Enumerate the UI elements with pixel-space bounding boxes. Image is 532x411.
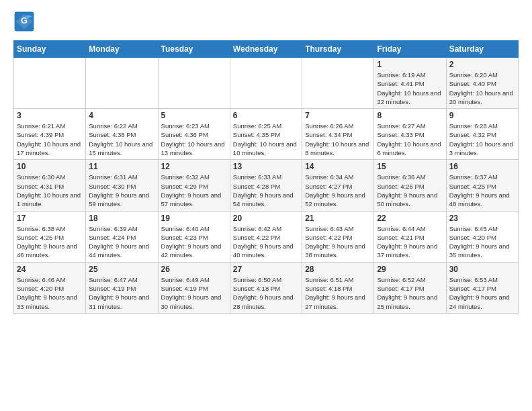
day-info: Sunrise: 6:25 AMSunset: 4:35 PMDaylight:… bbox=[233, 122, 299, 157]
calendar-cell: 28Sunrise: 6:51 AMSunset: 4:18 PMDayligh… bbox=[302, 262, 374, 313]
day-info: Sunrise: 6:23 AMSunset: 4:36 PMDaylight:… bbox=[161, 122, 227, 157]
calendar-cell bbox=[14, 58, 86, 109]
day-info: Sunrise: 6:30 AMSunset: 4:31 PMDaylight:… bbox=[17, 173, 83, 208]
calendar-cell: 17Sunrise: 6:38 AMSunset: 4:25 PMDayligh… bbox=[14, 211, 86, 262]
calendar-cell: 4Sunrise: 6:22 AMSunset: 4:38 PMDaylight… bbox=[86, 109, 158, 160]
day-number: 9 bbox=[449, 111, 515, 120]
day-number: 28 bbox=[305, 265, 371, 274]
day-number: 27 bbox=[233, 265, 299, 274]
day-number: 16 bbox=[449, 162, 515, 171]
day-number: 17 bbox=[17, 214, 83, 223]
day-info: Sunrise: 6:34 AMSunset: 4:27 PMDaylight:… bbox=[305, 173, 371, 208]
day-info: Sunrise: 6:50 AMSunset: 4:18 PMDaylight:… bbox=[233, 275, 299, 311]
day-info: Sunrise: 6:21 AMSunset: 4:39 PMDaylight:… bbox=[17, 122, 83, 157]
day-info: Sunrise: 6:31 AMSunset: 4:30 PMDaylight:… bbox=[89, 173, 154, 208]
day-info: Sunrise: 6:44 AMSunset: 4:21 PMDaylight:… bbox=[377, 224, 443, 260]
calendar-week-1: 1Sunrise: 6:19 AMSunset: 4:41 PMDaylight… bbox=[14, 58, 519, 109]
calendar-cell: 20Sunrise: 6:42 AMSunset: 4:22 PMDayligh… bbox=[230, 211, 302, 262]
calendar-cell: 18Sunrise: 6:39 AMSunset: 4:24 PMDayligh… bbox=[86, 211, 158, 262]
day-header-wednesday: Wednesday bbox=[230, 41, 302, 58]
day-number: 10 bbox=[17, 162, 83, 171]
calendar-cell: 7Sunrise: 6:26 AMSunset: 4:34 PMDaylight… bbox=[302, 109, 374, 160]
day-number: 4 bbox=[89, 111, 154, 120]
day-header-monday: Monday bbox=[86, 41, 158, 58]
day-info: Sunrise: 6:28 AMSunset: 4:32 PMDaylight:… bbox=[449, 122, 515, 157]
day-header-friday: Friday bbox=[374, 41, 446, 58]
day-info: Sunrise: 6:32 AMSunset: 4:29 PMDaylight:… bbox=[161, 173, 227, 208]
day-header-saturday: Saturday bbox=[446, 41, 518, 58]
day-info: Sunrise: 6:51 AMSunset: 4:18 PMDaylight:… bbox=[305, 275, 371, 311]
calendar-cell: 1Sunrise: 6:19 AMSunset: 4:41 PMDaylight… bbox=[374, 58, 446, 109]
day-number: 1 bbox=[377, 60, 443, 69]
calendar-cell: 26Sunrise: 6:49 AMSunset: 4:19 PMDayligh… bbox=[158, 262, 230, 313]
calendar-cell: 8Sunrise: 6:27 AMSunset: 4:33 PMDaylight… bbox=[374, 109, 446, 160]
calendar-cell: 9Sunrise: 6:28 AMSunset: 4:32 PMDaylight… bbox=[446, 109, 518, 160]
day-number: 26 bbox=[161, 265, 227, 274]
header: G bbox=[13, 11, 519, 32]
day-number: 13 bbox=[233, 162, 299, 171]
calendar-cell: 16Sunrise: 6:37 AMSunset: 4:25 PMDayligh… bbox=[446, 160, 518, 211]
day-header-sunday: Sunday bbox=[14, 41, 86, 58]
logo-icon: G bbox=[13, 11, 35, 32]
day-number: 11 bbox=[89, 162, 154, 171]
calendar-cell: 11Sunrise: 6:31 AMSunset: 4:30 PMDayligh… bbox=[86, 160, 158, 211]
day-info: Sunrise: 6:43 AMSunset: 4:22 PMDaylight:… bbox=[305, 224, 371, 260]
calendar-cell: 12Sunrise: 6:32 AMSunset: 4:29 PMDayligh… bbox=[158, 160, 230, 211]
day-number: 15 bbox=[377, 162, 443, 171]
calendar-week-2: 3Sunrise: 6:21 AMSunset: 4:39 PMDaylight… bbox=[14, 109, 519, 160]
day-number: 24 bbox=[17, 265, 83, 274]
day-info: Sunrise: 6:40 AMSunset: 4:23 PMDaylight:… bbox=[161, 224, 227, 260]
calendar-cell: 15Sunrise: 6:36 AMSunset: 4:26 PMDayligh… bbox=[374, 160, 446, 211]
calendar-cell: 14Sunrise: 6:34 AMSunset: 4:27 PMDayligh… bbox=[302, 160, 374, 211]
calendar-cell bbox=[230, 58, 302, 109]
day-number: 7 bbox=[305, 111, 371, 120]
calendar-week-3: 10Sunrise: 6:30 AMSunset: 4:31 PMDayligh… bbox=[14, 160, 519, 211]
day-number: 22 bbox=[377, 214, 443, 223]
calendar-cell: 6Sunrise: 6:25 AMSunset: 4:35 PMDaylight… bbox=[230, 109, 302, 160]
calendar-week-4: 17Sunrise: 6:38 AMSunset: 4:25 PMDayligh… bbox=[14, 211, 519, 262]
day-info: Sunrise: 6:26 AMSunset: 4:34 PMDaylight:… bbox=[305, 122, 371, 157]
day-number: 21 bbox=[305, 214, 371, 223]
calendar-cell: 3Sunrise: 6:21 AMSunset: 4:39 PMDaylight… bbox=[14, 109, 86, 160]
day-header-thursday: Thursday bbox=[302, 41, 374, 58]
logo: G bbox=[13, 11, 38, 32]
calendar-cell: 29Sunrise: 6:52 AMSunset: 4:17 PMDayligh… bbox=[374, 262, 446, 313]
day-number: 25 bbox=[89, 265, 154, 274]
calendar-cell bbox=[158, 58, 230, 109]
day-number: 2 bbox=[449, 60, 515, 69]
day-info: Sunrise: 6:45 AMSunset: 4:20 PMDaylight:… bbox=[449, 224, 515, 260]
calendar-cell: 24Sunrise: 6:46 AMSunset: 4:20 PMDayligh… bbox=[14, 262, 86, 313]
day-info: Sunrise: 6:39 AMSunset: 4:24 PMDaylight:… bbox=[89, 224, 154, 260]
day-number: 3 bbox=[17, 111, 83, 120]
day-info: Sunrise: 6:47 AMSunset: 4:19 PMDaylight:… bbox=[89, 275, 154, 311]
day-number: 20 bbox=[233, 214, 299, 223]
day-info: Sunrise: 6:49 AMSunset: 4:19 PMDaylight:… bbox=[161, 275, 227, 311]
calendar-cell: 5Sunrise: 6:23 AMSunset: 4:36 PMDaylight… bbox=[158, 109, 230, 160]
calendar-cell: 27Sunrise: 6:50 AMSunset: 4:18 PMDayligh… bbox=[230, 262, 302, 313]
day-info: Sunrise: 6:22 AMSunset: 4:38 PMDaylight:… bbox=[89, 122, 154, 157]
calendar-cell bbox=[86, 58, 158, 109]
day-header-tuesday: Tuesday bbox=[158, 41, 230, 58]
calendar-week-5: 24Sunrise: 6:46 AMSunset: 4:20 PMDayligh… bbox=[14, 262, 519, 313]
day-number: 18 bbox=[89, 214, 154, 223]
day-number: 12 bbox=[161, 162, 227, 171]
day-number: 14 bbox=[305, 162, 371, 171]
day-info: Sunrise: 6:20 AMSunset: 4:40 PMDaylight:… bbox=[449, 71, 515, 106]
calendar-cell: 21Sunrise: 6:43 AMSunset: 4:22 PMDayligh… bbox=[302, 211, 374, 262]
day-info: Sunrise: 6:27 AMSunset: 4:33 PMDaylight:… bbox=[377, 122, 443, 157]
calendar-cell bbox=[302, 58, 374, 109]
day-info: Sunrise: 6:52 AMSunset: 4:17 PMDaylight:… bbox=[377, 275, 443, 311]
day-number: 6 bbox=[233, 111, 299, 120]
header-row: SundayMondayTuesdayWednesdayThursdayFrid… bbox=[14, 41, 519, 58]
day-info: Sunrise: 6:42 AMSunset: 4:22 PMDaylight:… bbox=[233, 224, 299, 260]
calendar-cell: 22Sunrise: 6:44 AMSunset: 4:21 PMDayligh… bbox=[374, 211, 446, 262]
calendar-cell: 30Sunrise: 6:53 AMSunset: 4:17 PMDayligh… bbox=[446, 262, 518, 313]
calendar-cell: 19Sunrise: 6:40 AMSunset: 4:23 PMDayligh… bbox=[158, 211, 230, 262]
day-info: Sunrise: 6:53 AMSunset: 4:17 PMDaylight:… bbox=[449, 275, 515, 311]
page: G SundayMondayTuesdayWednesdayThursdayFr… bbox=[0, 0, 532, 320]
calendar-cell: 10Sunrise: 6:30 AMSunset: 4:31 PMDayligh… bbox=[14, 160, 86, 211]
day-info: Sunrise: 6:46 AMSunset: 4:20 PMDaylight:… bbox=[17, 275, 83, 311]
calendar-cell: 13Sunrise: 6:33 AMSunset: 4:28 PMDayligh… bbox=[230, 160, 302, 211]
day-number: 5 bbox=[161, 111, 227, 120]
calendar-cell: 23Sunrise: 6:45 AMSunset: 4:20 PMDayligh… bbox=[446, 211, 518, 262]
